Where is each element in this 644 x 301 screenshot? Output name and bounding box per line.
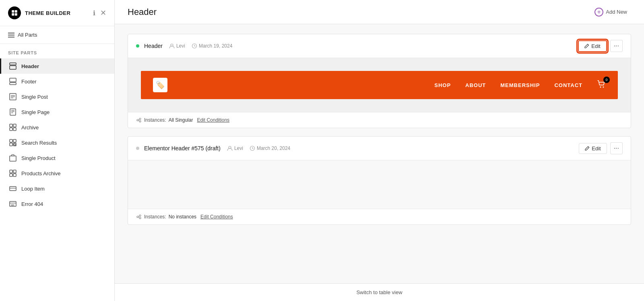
sidebar-item-single-page[interactable]: Single Page bbox=[0, 104, 114, 120]
date-icon-1 bbox=[192, 43, 197, 49]
search-results-icon bbox=[9, 139, 17, 146]
svg-line-55 bbox=[138, 217, 139, 218]
add-new-icon: + bbox=[594, 8, 603, 17]
sidebar-item-single-product[interactable]: Single Product bbox=[0, 150, 114, 166]
sidebar-item-label-error-404: Error 404 bbox=[21, 201, 43, 207]
sidebar-item-single-post[interactable]: Single Post bbox=[0, 89, 114, 104]
add-new-button[interactable]: + Add New bbox=[590, 5, 631, 19]
card-actions-1: Edit ··· bbox=[578, 40, 623, 52]
close-icon[interactable]: ✕ bbox=[100, 8, 106, 17]
sidebar-item-label-single-product: Single Product bbox=[21, 155, 56, 161]
footer-icon bbox=[9, 78, 17, 85]
app-header: THEME BUILDER ℹ ✕ bbox=[0, 0, 114, 26]
author-icon bbox=[169, 43, 175, 49]
svg-point-41 bbox=[603, 87, 604, 88]
products-archive-icon bbox=[9, 170, 17, 177]
sidebar-item-search-results[interactable]: Search Results bbox=[0, 135, 114, 150]
svg-point-53 bbox=[139, 217, 141, 219]
sidebar-item-footer[interactable]: Footer bbox=[0, 74, 114, 89]
single-post-icon bbox=[9, 93, 17, 100]
sidebar-item-archive[interactable]: Archive bbox=[0, 120, 114, 135]
loop-item-icon bbox=[9, 185, 17, 192]
instances-icon-1 bbox=[136, 117, 142, 123]
edit-conditions-link-2[interactable]: Edit Conditions bbox=[200, 214, 233, 220]
svg-rect-22 bbox=[10, 143, 12, 146]
site-parts-section-label: SITE PARTS bbox=[0, 44, 114, 58]
edit-button-2[interactable]: Edit bbox=[579, 143, 607, 154]
all-parts-link[interactable]: All Parts bbox=[0, 26, 114, 44]
card-author-1: Levi bbox=[169, 43, 185, 49]
instances-label-1: Instances: bbox=[144, 117, 166, 123]
card-footer-1: Instances: All Singular Edit Conditions bbox=[128, 112, 631, 128]
sidebar-item-label-single-post: Single Post bbox=[21, 94, 48, 100]
sidebar-item-loop-item[interactable]: Loop Item bbox=[0, 181, 114, 196]
edit-conditions-link-1[interactable]: Edit Conditions bbox=[197, 117, 229, 123]
svg-rect-18 bbox=[10, 128, 12, 131]
svg-rect-4 bbox=[10, 63, 16, 65]
sidebar-item-label-search-results: Search Results bbox=[21, 140, 57, 146]
date-icon-2 bbox=[250, 145, 255, 151]
nav-item-about: ABOUT bbox=[465, 82, 486, 88]
edit-button-1[interactable]: Edit bbox=[578, 40, 607, 52]
svg-text:404: 404 bbox=[11, 204, 14, 206]
svg-rect-2 bbox=[12, 13, 14, 16]
logo-placeholder: 🏷️ bbox=[153, 78, 167, 92]
logo-emoji: 🏷️ bbox=[156, 81, 165, 89]
instances-value-2: No instances bbox=[169, 214, 196, 220]
card-header-2: Elementor Header #575 (draft) Levi bbox=[128, 137, 631, 160]
svg-point-44 bbox=[139, 120, 141, 122]
svg-point-40 bbox=[600, 87, 601, 88]
all-parts-label: All Parts bbox=[18, 32, 37, 38]
svg-rect-3 bbox=[15, 13, 17, 16]
svg-rect-28 bbox=[13, 170, 16, 173]
more-button-2[interactable]: ··· bbox=[610, 142, 623, 154]
sidebar-item-label-single-page: Single Page bbox=[21, 109, 50, 115]
date-value-2: March 20, 2024 bbox=[257, 145, 290, 151]
top-bar: Header + Add New bbox=[115, 0, 644, 24]
svg-point-42 bbox=[137, 119, 138, 121]
svg-line-46 bbox=[138, 120, 139, 121]
svg-line-54 bbox=[138, 216, 139, 217]
template-card-draft: Elementor Header #575 (draft) Levi bbox=[128, 136, 631, 225]
template-card-header: Header Levi bbox=[128, 34, 631, 128]
page-title: Header bbox=[128, 7, 157, 17]
svg-rect-5 bbox=[10, 66, 16, 69]
switch-view-button[interactable]: Switch to table view bbox=[115, 283, 644, 301]
svg-rect-1 bbox=[15, 10, 17, 12]
nav-items: SHOP ABOUT MEMBERSHIP CONTACT 0 bbox=[434, 80, 606, 90]
error-404-icon: 404 bbox=[9, 200, 17, 208]
svg-rect-31 bbox=[10, 187, 16, 191]
svg-line-45 bbox=[138, 119, 139, 120]
card-footer-2: Instances: No instances Edit Conditions bbox=[128, 209, 631, 224]
card-name-1: Header bbox=[144, 43, 163, 49]
svg-point-51 bbox=[137, 216, 138, 218]
nav-item-membership: MEMBERSHIP bbox=[500, 82, 540, 88]
more-button-1[interactable]: ··· bbox=[610, 40, 623, 52]
header-preview-bar: 🏷️ SHOP ABOUT MEMBERSHIP CONTACT bbox=[141, 71, 618, 99]
instances-label-2: Instances: bbox=[144, 214, 166, 220]
sidebar-item-label-header: Header bbox=[21, 63, 39, 69]
svg-rect-17 bbox=[13, 124, 16, 127]
card-header-1: Header Levi bbox=[128, 34, 631, 58]
instances-icon-2 bbox=[136, 214, 142, 220]
svg-rect-30 bbox=[13, 174, 16, 176]
author-value-2: Levi bbox=[234, 145, 243, 151]
nav-item-shop: SHOP bbox=[434, 82, 451, 88]
info-icon[interactable]: ℹ bbox=[93, 9, 95, 17]
main-content: Header + Add New Header Levi bbox=[115, 0, 644, 301]
svg-rect-19 bbox=[13, 128, 16, 131]
cart-badge: 0 bbox=[603, 77, 610, 83]
card-meta-2: Levi March 20, 2024 bbox=[227, 145, 290, 151]
svg-rect-0 bbox=[12, 10, 14, 12]
add-new-label: Add New bbox=[606, 9, 627, 15]
sidebar: THEME BUILDER ℹ ✕ All Parts SITE PARTS H… bbox=[0, 0, 115, 301]
sidebar-item-error-404[interactable]: 404 Error 404 bbox=[0, 196, 114, 212]
nav-item-contact: CONTACT bbox=[554, 82, 582, 88]
sidebar-item-products-archive[interactable]: Products Archive bbox=[0, 166, 114, 181]
app-title: THEME BUILDER bbox=[25, 10, 70, 16]
card-meta-1: Levi March 19, 2024 bbox=[169, 43, 232, 49]
svg-rect-6 bbox=[10, 78, 16, 82]
svg-rect-20 bbox=[10, 139, 12, 142]
svg-point-24 bbox=[14, 144, 16, 145]
sidebar-item-header[interactable]: Header bbox=[0, 58, 114, 74]
